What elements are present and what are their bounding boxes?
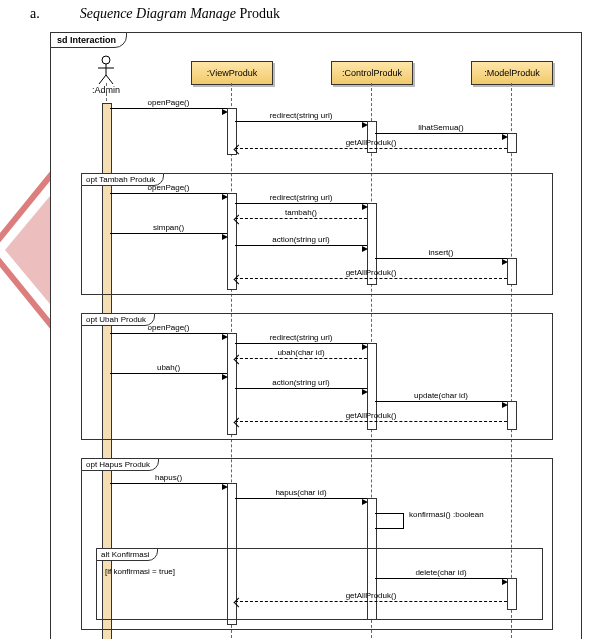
fragment-label: opt Hapus Produk — [81, 458, 159, 471]
svg-line-6 — [106, 75, 113, 84]
activation — [507, 258, 517, 285]
svg-point-2 — [102, 56, 110, 64]
activation — [507, 133, 517, 153]
msg: action(string url) — [235, 245, 367, 246]
msg: openPage() — [110, 108, 227, 109]
msg: redirect(string url) — [235, 343, 367, 344]
msg-return: getAllProduk() — [235, 601, 507, 602]
lifeline-control: :ControlProduk — [331, 61, 413, 85]
sequence-frame: sd Interaction :Admin :ViewProduk :Contr… — [50, 32, 582, 639]
activation — [507, 401, 517, 430]
msg-return: tambah() — [235, 218, 367, 219]
list-marker: a. — [30, 6, 40, 22]
figure-caption: a. Sequence Diagram Manage Produk — [0, 0, 612, 32]
actor-icon — [96, 55, 116, 85]
msg: lihatSemua() — [375, 133, 507, 134]
msg: update(char id) — [375, 401, 507, 402]
fragment-label: alt Konfirmasi — [96, 548, 158, 561]
lifeline-model: :ModelProduk — [471, 61, 553, 85]
lifeline-view: :ViewProduk — [191, 61, 273, 85]
fragment: alt Konfirmasi [if konfirmasi = true] — [96, 548, 543, 620]
msg-return: getAllProduk() — [235, 278, 507, 279]
msg-return: getAllProduk() — [235, 148, 507, 149]
msg: hapus(char id) — [235, 498, 367, 499]
msg: simpan() — [110, 233, 227, 234]
svg-line-5 — [99, 75, 106, 84]
msg-self: konfirmasi() :boolean — [375, 513, 404, 529]
caption-italic: Sequence Diagram Manage — [80, 6, 236, 21]
msg: delete(char id) — [375, 578, 507, 579]
msg: action(string url) — [235, 388, 367, 389]
msg: redirect(string url) — [235, 203, 367, 204]
msg-return: getAllProduk() — [235, 421, 507, 422]
msg: openPage() — [110, 333, 227, 334]
msg: ubah() — [110, 373, 227, 374]
msg: hapus() — [110, 483, 227, 484]
msg: insert() — [375, 258, 507, 259]
msg: openPage() — [110, 193, 227, 194]
msg: redirect(string url) — [235, 121, 367, 122]
caption-plain: Produk — [240, 6, 280, 21]
msg-return: ubah(char id) — [235, 358, 367, 359]
frame-label: sd Interaction — [50, 32, 127, 48]
fragment-guard: [if konfirmasi = true] — [105, 567, 175, 576]
